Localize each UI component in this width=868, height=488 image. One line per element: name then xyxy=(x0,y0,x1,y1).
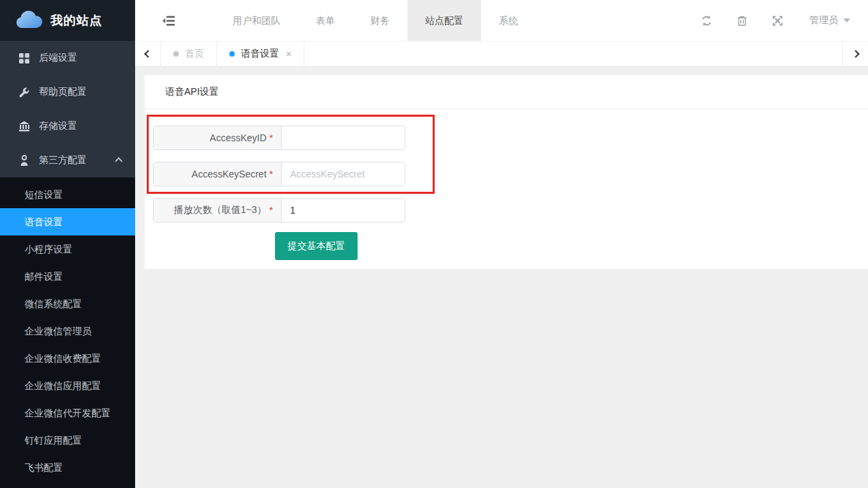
submit-basic-config-button[interactable]: 提交基本配置 xyxy=(275,232,358,260)
sidebar-item-label: 帮助页配置 xyxy=(39,86,87,98)
submenu-item-feishu-config[interactable]: 飞书配置 xyxy=(0,454,135,481)
accesskeysecret-input[interactable] xyxy=(282,162,405,186)
refresh-icon[interactable] xyxy=(701,15,712,27)
top-menu-forms[interactable]: 表单 xyxy=(298,0,353,41)
chevron-left-icon xyxy=(144,50,151,57)
chevron-down-icon xyxy=(843,18,850,23)
sidebar: 我的站点 后端设置 帮助页配置 存储设置 第三方配置 xyxy=(0,0,135,488)
sidebar-item-backend-settings[interactable]: 后端设置 xyxy=(0,41,135,75)
form-row-accesskeysecret: AccessKeySecret* xyxy=(153,162,405,186)
tab-home[interactable]: 首页 xyxy=(161,42,217,66)
tab-dot-icon xyxy=(173,51,179,57)
wrench-icon xyxy=(18,87,30,98)
tab-label: 首页 xyxy=(185,48,204,60)
trash-icon[interactable] xyxy=(736,15,748,27)
app-window: 我的站点 后端设置 帮助页配置 存储设置 第三方配置 xyxy=(0,0,868,488)
site-title: 我的站点 xyxy=(50,12,102,29)
top-menu-site-config[interactable]: 站点配置 xyxy=(407,0,481,41)
top-menu: 用户和团队 表单 财务 站点配置 系统 xyxy=(215,0,536,41)
required-mark: * xyxy=(270,169,273,180)
tab-dot-icon xyxy=(229,51,235,57)
play-count-input[interactable] xyxy=(282,199,405,222)
field-label-text: 播放次数（取值1~3） xyxy=(174,204,267,216)
submenu-item-dingtalk-app-config[interactable]: 钉钉应用配置 xyxy=(0,427,135,454)
chevron-up-icon xyxy=(115,157,122,164)
sidebar-item-label: 后端设置 xyxy=(39,52,77,64)
user-name: 管理员 xyxy=(809,14,838,27)
tabs-scroll-left-button[interactable] xyxy=(135,42,161,66)
sidebar-item-third-party-config[interactable]: 第三方配置 xyxy=(0,143,135,177)
required-mark: * xyxy=(270,132,273,143)
submenu-item-wechat-system-config[interactable]: 微信系统配置 xyxy=(0,290,135,317)
required-mark: * xyxy=(270,205,273,216)
tab-voice-settings[interactable]: 语音设置 × xyxy=(217,42,304,66)
fullscreen-icon[interactable] xyxy=(772,15,783,27)
field-label-text: AccessKeyID xyxy=(209,132,266,143)
brand-logo: 我的站点 xyxy=(0,0,135,41)
chevron-right-icon xyxy=(852,50,859,57)
header-actions: 管理员 xyxy=(677,14,850,27)
sidebar-item-storage-settings[interactable]: 存储设置 xyxy=(0,109,135,143)
user-menu[interactable]: 管理员 xyxy=(809,14,850,27)
top-header: 用户和团队 表单 财务 站点配置 系统 管理员 xyxy=(135,0,868,41)
bank-icon xyxy=(18,121,30,132)
form-row-accesskeyid: AccessKeyID* xyxy=(153,126,405,150)
tab-label: 语音设置 xyxy=(241,48,279,60)
top-menu-system[interactable]: 系统 xyxy=(481,0,536,41)
cloud-logo-icon xyxy=(15,10,44,32)
section-title: 语音API设置 xyxy=(145,75,868,109)
person-icon xyxy=(18,155,30,167)
accesskeysecret-label: AccessKeySecret* xyxy=(154,162,282,186)
main-content: 语音API设置 AccessKeyID* AccessKeySecret* 播放… xyxy=(135,67,868,488)
tabs-scroll-right-button[interactable] xyxy=(842,42,868,66)
grid-icon xyxy=(18,53,30,64)
sidebar-item-label: 第三方配置 xyxy=(39,154,87,167)
submenu-item-mail-settings[interactable]: 邮件设置 xyxy=(0,263,135,290)
tab-bar: 首页 语音设置 × xyxy=(135,41,868,67)
submenu-item-miniprogram-settings[interactable]: 小程序设置 xyxy=(0,235,135,263)
field-label-text: AccessKeySecret xyxy=(192,169,267,180)
submenu-item-wecom-app-config[interactable]: 企业微信应用配置 xyxy=(0,372,135,399)
sidebar-item-help-page-config[interactable]: 帮助页配置 xyxy=(0,75,135,109)
top-menu-finance[interactable]: 财务 xyxy=(353,0,407,41)
play-count-label: 播放次数（取值1~3）* xyxy=(154,199,282,222)
submenu-item-voice-settings[interactable]: 语音设置 xyxy=(0,208,135,235)
tab-spacer xyxy=(304,42,842,66)
top-menu-users-teams[interactable]: 用户和团队 xyxy=(215,0,298,41)
close-icon[interactable]: × xyxy=(286,49,291,59)
accesskeyid-label: AccessKeyID* xyxy=(154,126,282,149)
submenu-item-wecom-admin[interactable]: 企业微信管理员 xyxy=(0,317,135,345)
accesskeyid-input[interactable] xyxy=(282,126,405,149)
submenu-item-wecom-dev-config[interactable]: 企业微信代开发配置 xyxy=(0,399,135,427)
submenu-item-sms-settings[interactable]: 短信设置 xyxy=(0,181,135,208)
menu-fold-icon[interactable] xyxy=(162,15,175,27)
form-row-play-count: 播放次数（取值1~3）* xyxy=(153,198,405,223)
sidebar-item-label: 存储设置 xyxy=(39,120,77,132)
voice-api-settings-card: 语音API设置 AccessKeyID* AccessKeySecret* 播放… xyxy=(145,75,868,269)
sidebar-submenu: 短信设置 语音设置 小程序设置 邮件设置 微信系统配置 企业微信管理员 企业微信… xyxy=(0,177,135,488)
submenu-item-wecom-billing-config[interactable]: 企业微信收费配置 xyxy=(0,345,135,372)
